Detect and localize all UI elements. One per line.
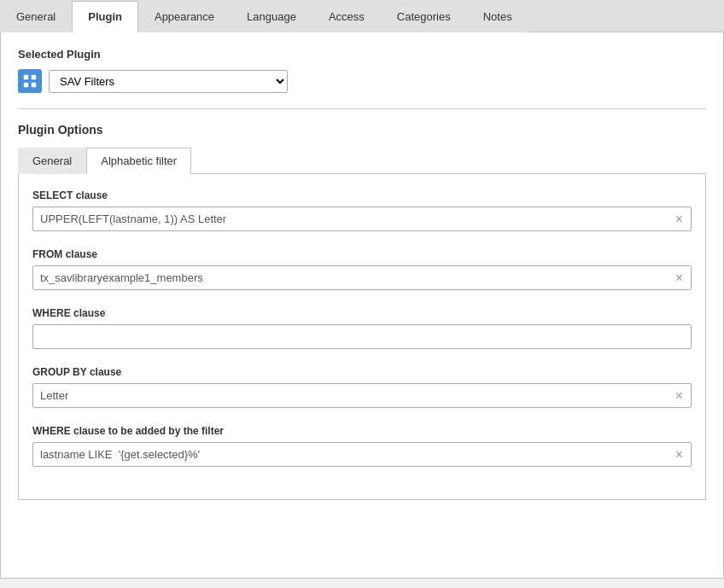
svg-rect-2: [24, 83, 28, 87]
tab-categories[interactable]: Categories: [381, 1, 467, 32]
group-by-clause-clear-button[interactable]: ×: [672, 387, 686, 405]
inner-tab-bar: General Alphabetic filter: [18, 147, 706, 174]
from-clause-label: FROM clause: [32, 248, 692, 260]
tab-language[interactable]: Language: [231, 1, 312, 32]
where-filter-clause-clear-button[interactable]: ×: [672, 446, 686, 463]
select-clause-group: SELECT clause ×: [32, 189, 692, 231]
select-clause-label: SELECT clause: [32, 189, 692, 201]
select-clause-input[interactable]: [32, 207, 692, 231]
where-filter-clause-label: WHERE clause to be added by the filter: [32, 425, 692, 437]
tab-plugin[interactable]: Plugin: [72, 1, 138, 32]
tab-content-alphabetic-filter: SELECT clause × FROM clause × WHERE clau…: [18, 174, 706, 500]
top-tab-bar: General Plugin Appearance Language Acces…: [0, 0, 724, 32]
svg-rect-3: [32, 83, 36, 87]
where-clause-input[interactable]: [32, 324, 692, 349]
svg-rect-0: [24, 75, 28, 79]
where-clause-label: WHERE clause: [32, 307, 692, 319]
svg-rect-1: [32, 75, 36, 79]
group-by-clause-group: GROUP BY clause ×: [32, 366, 692, 408]
group-by-clause-input-wrapper: ×: [32, 383, 692, 408]
tab-access[interactable]: Access: [312, 1, 381, 32]
select-clause-clear-button[interactable]: ×: [672, 211, 686, 228]
tab-general[interactable]: General: [0, 1, 72, 32]
group-by-clause-input[interactable]: [32, 383, 692, 408]
from-clause-input[interactable]: [32, 265, 692, 290]
selected-plugin-title: Selected Plugin: [18, 48, 706, 61]
inner-tab-general[interactable]: General: [18, 148, 86, 174]
section-divider: [18, 108, 706, 109]
tab-notes[interactable]: Notes: [467, 1, 528, 32]
where-filter-clause-input-wrapper: ×: [32, 442, 692, 467]
from-clause-group: FROM clause ×: [32, 248, 692, 290]
where-clause-group: WHERE clause: [32, 307, 692, 349]
plugin-options-title: Plugin Options: [18, 123, 706, 137]
plugin-icon: [18, 69, 42, 93]
group-by-clause-label: GROUP BY clause: [32, 366, 692, 378]
select-clause-input-wrapper: ×: [32, 207, 692, 231]
tab-appearance[interactable]: Appearance: [138, 1, 231, 32]
where-clause-input-wrapper: [32, 324, 692, 349]
from-clause-clear-button[interactable]: ×: [672, 270, 686, 287]
plugin-select-row: SAV Filters: [18, 69, 706, 93]
where-filter-clause-group: WHERE clause to be added by the filter ×: [32, 425, 692, 467]
from-clause-input-wrapper: ×: [32, 265, 692, 290]
plugin-dropdown[interactable]: SAV Filters: [49, 70, 288, 93]
main-content: Selected Plugin SAV Filters Plugin Optio…: [0, 32, 724, 579]
grid-icon: [22, 73, 38, 89]
where-filter-clause-input[interactable]: [32, 442, 692, 467]
inner-tab-alphabetic-filter[interactable]: Alphabetic filter: [86, 148, 191, 174]
